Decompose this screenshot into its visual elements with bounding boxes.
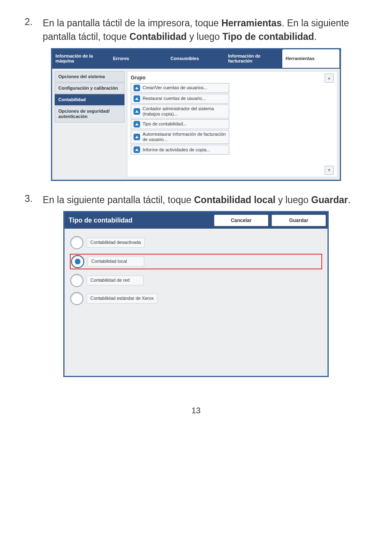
arrow-icon bbox=[134, 85, 140, 91]
option-desactivada[interactable]: Contabilidad desactivada bbox=[70, 236, 322, 249]
sidebar: Opciones del sistema Configuración y cal… bbox=[55, 71, 125, 177]
list-item-contador-admin[interactable]: Contador administrador del sistema (trab… bbox=[131, 104, 229, 118]
list-item-restaurar[interactable]: Restaurar cuentas de usuario... bbox=[131, 94, 229, 104]
option-label: Contabilidad desactivada bbox=[87, 238, 145, 247]
step-number: 2. bbox=[25, 16, 35, 28]
screenshot-tools: Información de la máquina Errores Consum… bbox=[51, 48, 341, 181]
radio-icon bbox=[70, 236, 83, 249]
option-local[interactable]: Contabilidad local bbox=[70, 254, 322, 269]
radio-icon bbox=[70, 274, 83, 287]
arrow-icon bbox=[134, 134, 140, 140]
tab-consumibles[interactable]: Consumibles bbox=[167, 49, 224, 68]
step-3-text: En la siguiente pantalla táctil, toque C… bbox=[43, 193, 350, 207]
sidebar-item-seguridad-auth[interactable]: Opciones de seguridad/ autenticación bbox=[55, 106, 125, 122]
sidebar-item-opciones-sistema[interactable]: Opciones del sistema bbox=[55, 71, 125, 82]
option-label: Contabilidad local bbox=[88, 257, 144, 266]
dialog-header: Tipo de contabilidad Cancelar Guardar bbox=[65, 212, 327, 229]
group-header: Grupo bbox=[131, 75, 322, 81]
radio-icon bbox=[71, 255, 84, 268]
option-red[interactable]: Contabilidad de red bbox=[70, 274, 322, 287]
screenshot-accounting-type: Tipo de contabilidad Cancelar Guardar Co… bbox=[63, 211, 329, 377]
cancel-button[interactable]: Cancelar bbox=[214, 215, 268, 226]
group-list: Crear/Ver cuentas de usuarios... Restaur… bbox=[131, 83, 229, 155]
tab-info-maquina[interactable]: Información de la máquina bbox=[52, 49, 109, 68]
option-label: Contabilidad estándar de Xerox bbox=[87, 294, 157, 303]
tab-bar: Información de la máquina Errores Consum… bbox=[52, 49, 340, 69]
list-item-informe[interactable]: Informe de actividades de copia... bbox=[131, 145, 229, 155]
list-item-crear-ver[interactable]: Crear/Ver cuentas de usuarios... bbox=[131, 83, 229, 93]
arrow-icon bbox=[134, 108, 140, 115]
step-2-text: En la pantalla táctil de la impresora, t… bbox=[43, 16, 367, 44]
radio-icon bbox=[70, 292, 83, 305]
scroll-up-icon[interactable]: ▲ bbox=[325, 74, 334, 83]
step-number: 3. bbox=[25, 193, 35, 204]
option-xerox[interactable]: Contabilidad estándar de Xerox bbox=[70, 292, 322, 305]
scroll-down-icon[interactable]: ▼ bbox=[325, 166, 334, 175]
arrow-icon bbox=[134, 95, 140, 102]
dialog-title: Tipo de contabilidad bbox=[66, 217, 211, 224]
page-number: 13 bbox=[25, 406, 367, 415]
arrow-icon bbox=[134, 146, 140, 153]
save-button[interactable]: Guardar bbox=[272, 215, 326, 226]
scrollbar: ▲ ▼ bbox=[325, 74, 334, 175]
tab-herramientas[interactable]: Herramientas bbox=[282, 49, 339, 68]
sidebar-item-contabilidad[interactable]: Contabilidad bbox=[55, 94, 125, 105]
tab-errores[interactable]: Errores bbox=[110, 49, 167, 68]
tab-info-facturacion[interactable]: Información de facturación bbox=[225, 49, 282, 68]
sidebar-item-config-calibracion[interactable]: Configuración y calibración bbox=[55, 83, 125, 94]
list-item-autorrestaurar[interactable]: Autorrestaurar información de facturació… bbox=[131, 130, 229, 144]
list-item-tipo-contabilidad[interactable]: Tipo de contabilidad... bbox=[131, 119, 229, 129]
option-label: Contabilidad de red bbox=[87, 276, 143, 285]
arrow-icon bbox=[134, 121, 140, 127]
